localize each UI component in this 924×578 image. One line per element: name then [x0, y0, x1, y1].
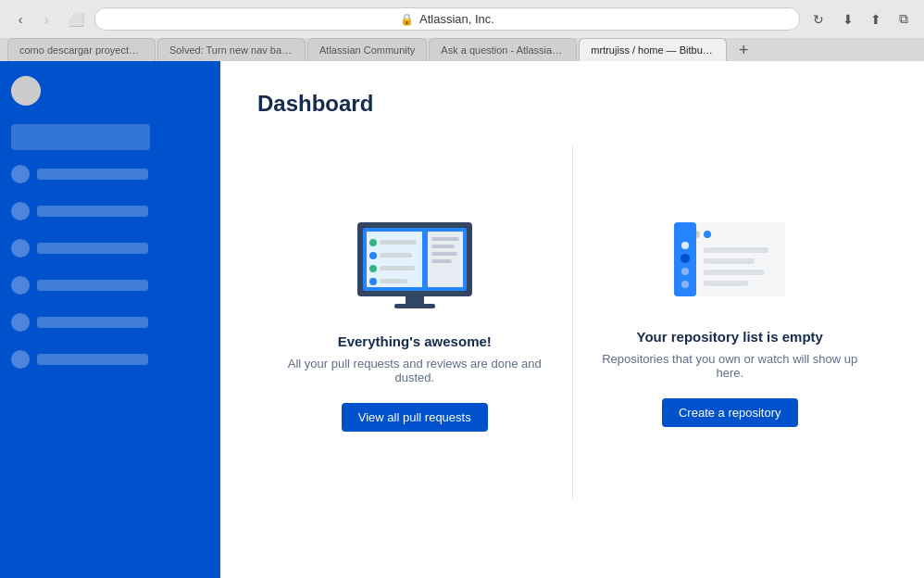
svg-point-24: [681, 254, 690, 263]
svg-point-23: [681, 242, 689, 249]
lock-icon: 🔒: [400, 13, 414, 26]
list-item: [11, 202, 209, 220]
list-item: [11, 350, 209, 369]
browser-chrome: ‹ › ⬜ 🔒 Atlassian, Inc. ↻ ⬇ ⬆ ⧉ como des…: [0, 0, 924, 61]
tabs-button[interactable]: ⧉: [893, 8, 915, 31]
list-item: [11, 165, 209, 183]
svg-rect-28: [704, 258, 755, 264]
right-panel-title: Your repository list is empty: [637, 329, 823, 345]
svg-rect-12: [431, 237, 459, 241]
tab-0[interactable]: como descargar proyecto de android bit..…: [7, 38, 156, 61]
pull-requests-panel: Everything's awesome! All your pull requ…: [257, 146, 572, 498]
back-button[interactable]: ‹: [9, 8, 31, 31]
svg-rect-14: [431, 252, 457, 256]
nav-label-4: [37, 280, 148, 291]
nav-label-5: [37, 317, 148, 328]
list-item: [11, 276, 209, 295]
left-panel-description: All your pull requests and reviews are d…: [285, 357, 544, 384]
address-text: Atlassian, Inc.: [419, 12, 494, 26]
nav-icon-1: [11, 165, 30, 183]
svg-point-25: [681, 268, 689, 275]
nav-label-2: [37, 206, 148, 217]
left-panel-title: Everything's awesome!: [338, 333, 492, 349]
sidebar-search-bar: [11, 124, 150, 150]
reload-button[interactable]: ↻: [807, 8, 830, 31]
svg-rect-15: [431, 259, 452, 263]
right-panel-description: Repositories that you own or watch will …: [600, 352, 859, 380]
svg-rect-4: [380, 240, 417, 245]
svg-point-5: [369, 252, 377, 259]
list-item: [11, 313, 209, 332]
svg-rect-17: [394, 304, 435, 308]
nav-label-1: [37, 169, 148, 180]
avatar[interactable]: [11, 76, 41, 106]
svg-rect-29: [704, 270, 764, 275]
list-item: [11, 239, 209, 258]
svg-point-26: [681, 281, 689, 288]
sidebar: [0, 61, 220, 578]
svg-point-9: [369, 278, 377, 285]
forward-button[interactable]: ›: [35, 8, 57, 31]
app-container: Dashboard: [0, 61, 924, 578]
svg-point-3: [369, 239, 377, 246]
download-button[interactable]: ⬇: [837, 8, 859, 31]
dashboard-panels: Everything's awesome! All your pull requ…: [257, 146, 887, 498]
svg-rect-30: [704, 281, 748, 286]
svg-rect-10: [380, 279, 407, 283]
repository-panel: Your repository list is empty Repositori…: [573, 146, 888, 498]
svg-rect-13: [431, 245, 455, 248]
new-tab-button[interactable]: +: [732, 39, 755, 61]
nav-icon-3: [11, 239, 30, 258]
nav-icon-4: [11, 276, 30, 295]
tab-1[interactable]: Solved: Turn new nav back on?: [157, 38, 306, 61]
tab-2[interactable]: Atlassian Community: [307, 38, 427, 61]
address-bar[interactable]: 🔒 Atlassian, Inc.: [94, 7, 800, 31]
svg-rect-16: [406, 296, 424, 304]
nav-label-6: [37, 354, 148, 365]
nav-icon-2: [11, 202, 30, 220]
monitor-illustration: [350, 213, 480, 315]
nav-label-3: [37, 243, 148, 254]
share-button[interactable]: ⬆: [865, 8, 887, 31]
svg-rect-6: [380, 253, 412, 258]
svg-point-21: [704, 231, 711, 238]
view-pull-requests-button[interactable]: View all pull requests: [342, 403, 488, 432]
nav-icon-6: [11, 350, 30, 369]
window-expand-button[interactable]: ⬜: [65, 8, 87, 31]
svg-rect-27: [704, 247, 768, 253]
tab-3[interactable]: Ask a question - Atlassian Community: [429, 38, 577, 61]
create-repository-button[interactable]: Create a repository: [662, 398, 798, 427]
page-title: Dashboard: [257, 91, 887, 117]
tab-4[interactable]: mrtrujiss / home — Bitbucket: [579, 38, 727, 61]
main-content: Dashboard: [220, 61, 924, 578]
svg-point-7: [369, 265, 377, 272]
repo-illustration: [665, 218, 794, 310]
nav-icon-5: [11, 313, 30, 332]
svg-rect-8: [380, 266, 415, 270]
